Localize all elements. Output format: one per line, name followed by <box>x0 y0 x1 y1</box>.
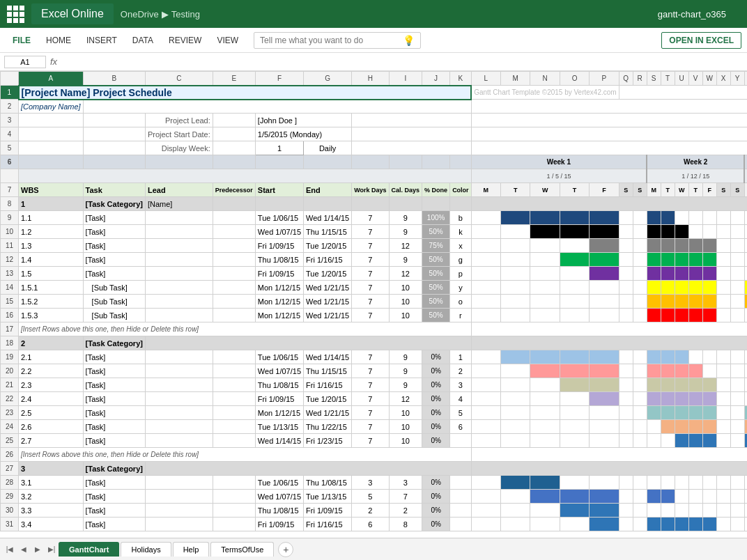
pct-1.2[interactable]: 50% <box>422 225 450 239</box>
spreadsheet-area[interactable]: A B C E F G H I J K L M N O P Q R S T U <box>0 71 747 538</box>
row-header-31[interactable]: 31 <box>1 518 19 531</box>
row-header-1[interactable]: 1 <box>1 86 19 100</box>
task-1.2[interactable]: [Task] <box>83 225 145 239</box>
col-header-T[interactable]: T <box>661 72 675 86</box>
col-header-B[interactable]: B <box>83 72 145 86</box>
task-1.3[interactable]: [Task] <box>83 239 145 253</box>
col-header-J[interactable]: J <box>422 72 450 86</box>
col-header-E[interactable]: E <box>213 72 255 86</box>
wbs-1.2[interactable]: 1.2 <box>19 225 84 239</box>
row-header-30[interactable]: 30 <box>1 504 19 518</box>
row-header-22[interactable]: 22 <box>1 392 19 406</box>
col-header-F[interactable]: F <box>255 72 303 86</box>
row-header-19[interactable]: 19 <box>1 350 19 364</box>
menu-view[interactable]: VIEW <box>210 33 245 48</box>
breadcrumb-root[interactable]: OneDrive <box>121 9 159 20</box>
open-excel-button[interactable]: OPEN IN EXCEL <box>661 32 741 49</box>
search-input[interactable] <box>260 36 399 45</box>
menu-home[interactable]: HOME <box>39 33 78 48</box>
row-header-24[interactable]: 24 <box>1 420 19 434</box>
cal-1.2[interactable]: 9 <box>389 225 422 239</box>
sheet-tab-ganttchart[interactable]: GanttChart <box>59 542 119 557</box>
work-1.2[interactable]: 7 <box>352 225 389 239</box>
col-header-X[interactable]: X <box>716 72 730 86</box>
col-header-C[interactable]: C <box>145 72 213 86</box>
row-header-7[interactable]: 7 <box>1 183 19 197</box>
start-date-value[interactable]: 1/5/2015 (Monday) <box>255 127 351 141</box>
end-1.2[interactable]: Thu 1/15/15 <box>304 225 352 239</box>
row-header-2[interactable]: 2 <box>1 100 19 114</box>
name-box[interactable] <box>4 56 46 68</box>
col-header-Z[interactable]: Z <box>744 72 747 86</box>
row-header-29[interactable]: 29 <box>1 490 19 504</box>
wbs-1.1[interactable]: 1.1 <box>19 211 84 225</box>
col-header-U[interactable]: U <box>675 72 688 86</box>
row-header-26[interactable]: 26 <box>1 448 19 462</box>
cal-1.1[interactable]: 9 <box>389 211 422 225</box>
row-header-6[interactable]: 6 <box>1 155 19 169</box>
row-header-23[interactable]: 23 <box>1 406 19 420</box>
pct-1.1[interactable]: 100% <box>422 211 450 225</box>
end-1.1[interactable]: Wed 1/14/15 <box>304 211 352 225</box>
row-header-4[interactable]: 4 <box>1 127 19 141</box>
col-header-I[interactable]: I <box>389 72 422 86</box>
row-header-3[interactable]: 3 <box>1 114 19 127</box>
wbs-1[interactable]: 1 <box>19 197 84 211</box>
project-lead-value[interactable]: [John Doe ] <box>255 114 351 127</box>
add-sheet-button[interactable]: + <box>278 542 293 557</box>
nav-last-btn[interactable]: ▶| <box>45 543 59 557</box>
row-header-8[interactable]: 8 <box>1 197 19 211</box>
row-header-18[interactable]: 18 <box>1 336 19 350</box>
col-header-A[interactable]: A <box>19 72 84 86</box>
row-header-14[interactable]: 14 <box>1 281 19 295</box>
col-header-N[interactable]: N <box>530 72 560 86</box>
wbs-1.3[interactable]: 1.3 <box>19 239 84 253</box>
row-header-9[interactable]: 9 <box>1 211 19 225</box>
sheet-tab-holidays[interactable]: Holidays <box>121 542 171 557</box>
row-header-28[interactable]: 28 <box>1 476 19 490</box>
color-1.2[interactable]: k <box>450 225 472 239</box>
col-header-K[interactable]: K <box>450 72 472 86</box>
row-header-16[interactable]: 16 <box>1 309 19 322</box>
menu-review[interactable]: REVIEW <box>162 33 208 48</box>
col-header-V[interactable]: V <box>688 72 702 86</box>
start-1.2[interactable]: Wed 1/07/15 <box>255 225 303 239</box>
row-header-15[interactable]: 15 <box>1 295 19 309</box>
col-header-L[interactable]: L <box>471 72 500 86</box>
start-1.1[interactable]: Tue 1/06/15 <box>255 211 303 225</box>
col-header-S[interactable]: S <box>647 72 661 86</box>
company-cell[interactable]: [Company Name] <box>19 100 84 114</box>
row-header-13[interactable]: 13 <box>1 267 19 281</box>
col-header-G[interactable]: G <box>304 72 352 86</box>
project-title-cell[interactable]: [Project Name] Project Schedule <box>19 86 472 100</box>
col-header-Q[interactable]: Q <box>619 72 633 86</box>
nav-first-btn[interactable]: |◀ <box>3 543 17 557</box>
waffle-icon[interactable] <box>7 6 24 23</box>
row-header-5[interactable]: 5 <box>1 141 19 155</box>
col-header-O[interactable]: O <box>560 72 589 86</box>
row-header-12[interactable]: 12 <box>1 253 19 267</box>
col-header-W[interactable]: W <box>702 72 716 86</box>
color-1.1[interactable]: b <box>450 211 472 225</box>
nav-prev-btn[interactable]: ◀ <box>17 543 31 557</box>
nav-next-btn[interactable]: ▶ <box>31 543 45 557</box>
menu-insert[interactable]: INSERT <box>79 33 124 48</box>
sheet-tab-termsofuse[interactable]: TermsOfUse <box>210 542 274 557</box>
menu-file[interactable]: FILE <box>6 33 38 48</box>
col-header-M[interactable]: M <box>501 72 530 86</box>
display-week-value[interactable]: 1 <box>255 141 303 155</box>
col-header-P[interactable]: P <box>590 72 619 86</box>
menu-data[interactable]: DATA <box>125 33 160 48</box>
lead-1[interactable]: [Name] <box>145 197 213 211</box>
start-1.3[interactable]: Fri 1/09/15 <box>255 239 303 253</box>
row-header-10[interactable]: 10 <box>1 225 19 239</box>
row-header-27[interactable]: 27 <box>1 462 19 476</box>
row-header-25[interactable]: 25 <box>1 434 19 448</box>
task-1.1[interactable]: [Task] <box>83 211 145 225</box>
end-1.3[interactable]: Tue 1/20/15 <box>304 239 352 253</box>
col-header-R[interactable]: R <box>633 72 647 86</box>
col-header-H[interactable]: H <box>352 72 389 86</box>
row-header-17[interactable]: 17 <box>1 322 19 336</box>
task-cat-1[interactable]: [Task Category] <box>83 197 145 211</box>
app-name[interactable]: Excel Online <box>31 3 114 24</box>
